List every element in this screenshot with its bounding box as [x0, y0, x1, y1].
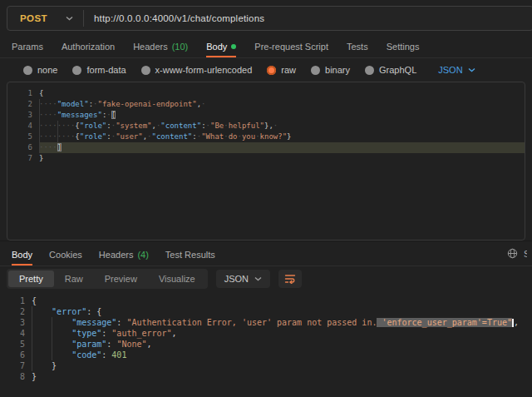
- language-label: JSON: [224, 274, 249, 284]
- tab-label: Body: [12, 250, 32, 260]
- tab-label: Cookies: [49, 250, 82, 260]
- line-number: 6: [0, 350, 32, 360]
- indent-guide: [32, 306, 32, 317]
- tab-label: Tests: [347, 42, 368, 52]
- indent-guide: [52, 339, 52, 350]
- request-editor[interactable]: 1{2····"model":·"fake-openai-endpoint",·…: [7, 82, 525, 241]
- globe-icon[interactable]: [507, 248, 518, 259]
- body-modified-dot-icon: [231, 44, 236, 49]
- tab-label: Body: [206, 42, 227, 52]
- code-line: 3 "message": "Authentication Error, 'use…: [0, 317, 532, 328]
- indent-guide: [39, 99, 40, 110]
- radio-label: raw: [281, 65, 296, 75]
- response-tab-cookies[interactable]: Cookies: [49, 245, 82, 265]
- indent-guide: [39, 142, 40, 153]
- radio-label: form-data: [86, 65, 126, 75]
- indent-guide: [52, 328, 52, 339]
- indent-guide: [39, 132, 40, 142]
- tab-label: Test Results: [165, 250, 215, 260]
- url-box: POST http://0.0.0.0:4000/v1/chat/complet…: [7, 6, 532, 31]
- code-line: 4········{"role":·"system",·"content":·"…: [7, 121, 525, 132]
- line-number: 1: [0, 295, 32, 306]
- radio-none[interactable]: none: [23, 65, 57, 75]
- clipped-status-text: S: [524, 249, 527, 259]
- line-number: 4: [7, 121, 39, 132]
- chevron-down-icon: [254, 276, 262, 281]
- tab-tests[interactable]: Tests: [347, 37, 368, 57]
- line-number: 6: [7, 142, 39, 153]
- tab-body[interactable]: Body: [206, 37, 236, 57]
- line-number: 3: [0, 317, 32, 328]
- indent-guide: [32, 328, 32, 339]
- radio-form-data[interactable]: form-data: [72, 65, 126, 75]
- line-number: 5: [0, 339, 32, 350]
- chevron-down-icon: [468, 67, 475, 72]
- line-number: 1: [7, 88, 39, 99]
- view-raw[interactable]: Raw: [54, 270, 94, 287]
- radio-label: x-www-form-urlencoded: [155, 65, 253, 75]
- headers-count: (4): [137, 250, 148, 260]
- chevron-down-icon: [66, 16, 73, 21]
- request-tabs: Params Authorization Headers(10) Body Pr…: [0, 37, 532, 58]
- line-number: 2: [0, 306, 32, 317]
- method-dropdown[interactable]: POST: [7, 7, 83, 30]
- radio-binary[interactable]: binary: [311, 65, 350, 75]
- method-label: POST: [20, 13, 47, 23]
- radio-raw[interactable]: raw: [267, 65, 296, 75]
- response-language-dropdown[interactable]: JSON: [216, 270, 270, 288]
- code-line: 2····"model":·"fake-openai-endpoint",·: [7, 99, 525, 110]
- radio-icon: [365, 66, 374, 75]
- code-line: 6····]: [7, 142, 525, 153]
- indent-guide: [32, 350, 32, 360]
- line-number: 8: [0, 371, 32, 382]
- tab-settings[interactable]: Settings: [387, 37, 420, 57]
- code-line: 3····"messages":·[: [7, 110, 525, 121]
- wrap-lines-button[interactable]: [278, 270, 302, 288]
- view-switcher: Pretty Raw Preview Visualize: [7, 269, 208, 289]
- view-visualize[interactable]: Visualize: [148, 270, 206, 287]
- indent-guide: [52, 350, 52, 360]
- tab-params[interactable]: Params: [12, 37, 43, 57]
- indent-guide: [39, 110, 40, 121]
- radio-x-www-form-urlencoded[interactable]: x-www-form-urlencoded: [141, 65, 253, 75]
- response-tabs: Body Cookies Headers(4) Test Results S: [0, 241, 532, 266]
- line-number: 2: [7, 99, 39, 110]
- response-tab-body[interactable]: Body: [12, 245, 32, 265]
- response-tab-test-results[interactable]: Test Results: [165, 245, 215, 265]
- view-preview[interactable]: Preview: [94, 270, 148, 287]
- line-number: 7: [7, 153, 39, 164]
- response-editor[interactable]: 1{2 "error": {3 "message": "Authenticati…: [0, 291, 532, 382]
- indent-guide: [57, 132, 58, 142]
- code-line: 1{: [7, 88, 525, 99]
- indent-guide: [32, 317, 32, 328]
- response-tab-headers[interactable]: Headers(4): [99, 245, 149, 265]
- line-number: 5: [7, 132, 39, 142]
- request-url-bar: POST http://0.0.0.0:4000/v1/chat/complet…: [0, 0, 532, 37]
- radio-icon: [72, 66, 81, 75]
- radio-graphql[interactable]: GraphQL: [365, 65, 416, 75]
- url-input[interactable]: http://0.0.0.0:4000/v1/chat/completions: [84, 7, 532, 30]
- tab-authorization[interactable]: Authorization: [62, 37, 115, 57]
- code-line: 8}: [0, 371, 532, 382]
- line-number: 3: [7, 110, 39, 121]
- tab-pre-request-script[interactable]: Pre-request Script: [254, 37, 328, 57]
- headers-count: (10): [172, 42, 189, 52]
- radio-icon: [311, 66, 320, 75]
- code-line: 5 "param": "None",: [0, 339, 532, 350]
- tab-label: Pre-request Script: [254, 42, 328, 52]
- tab-headers[interactable]: Headers(10): [133, 37, 188, 57]
- radio-icon: [23, 66, 32, 75]
- response-toolbar: Pretty Raw Preview Visualize JSON: [0, 266, 532, 291]
- indent-guide: [32, 339, 32, 350]
- tab-label: Params: [12, 42, 43, 52]
- view-pretty[interactable]: Pretty: [8, 270, 54, 287]
- line-number: 7: [0, 360, 32, 371]
- radio-selected-icon: [267, 66, 276, 75]
- line-number: 4: [0, 328, 32, 339]
- body-language-dropdown[interactable]: JSON: [438, 65, 475, 75]
- code-line: 2 "error": {: [0, 306, 532, 317]
- code-line: 1{: [0, 295, 532, 306]
- code-line: 6 "code": 401: [0, 350, 532, 360]
- language-label: JSON: [438, 65, 462, 75]
- radio-label: none: [37, 65, 57, 75]
